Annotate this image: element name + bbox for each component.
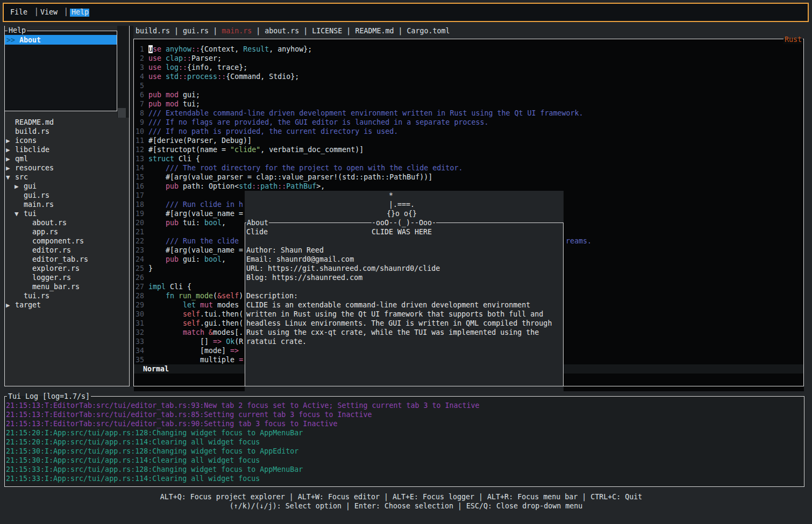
tree-item-libclide[interactable]: ▶libclide: [5, 145, 129, 154]
code-line: 7pub mod tui;: [134, 99, 583, 109]
tree-item-target[interactable]: ▶target: [5, 300, 129, 310]
code-token: gui:: [183, 255, 204, 263]
code-line: 10/// If no path is provided, the curren…: [134, 127, 583, 136]
tree-item-src[interactable]: ▼src: [5, 173, 129, 182]
code-token: =: [239, 356, 243, 364]
tree-item-component-rs[interactable]: component.rs: [5, 236, 129, 246]
about-text-line: written in Rust using the Qt UI framewor…: [246, 310, 543, 319]
line-number: 14: [134, 163, 144, 173]
code-token: .gui.then(: [200, 319, 243, 327]
tree-item-label: qml: [15, 154, 28, 163]
code-line: 5: [134, 81, 583, 90]
code-line: 1use anyhow::{Context, Result, anyhow};: [134, 45, 583, 54]
about-text-line: Author: Shaun Reed: [246, 246, 324, 255]
chevron-right-icon: ▶: [15, 182, 19, 191]
code-token: run_mode: [179, 292, 213, 300]
line-number: 34: [134, 346, 144, 355]
selection-prefix: >>: [6, 36, 19, 44]
line-number: 16: [134, 182, 144, 191]
chevron-down-icon: ▼: [6, 173, 10, 182]
code-token: #[structopt(name =: [148, 146, 230, 154]
tree-item-readme-md[interactable]: README.md: [5, 118, 129, 127]
line-number: 7: [134, 99, 144, 109]
tree-item-tui-rs[interactable]: tui.rs: [5, 291, 129, 300]
tree-item-explorer-rs[interactable]: explorer.rs: [5, 264, 129, 273]
tab-separator: |: [170, 27, 183, 35]
tree-item-label: gui.rs: [24, 191, 49, 200]
log-entry: 21:15:13:T:EditorTab:src/tui/editor_tab.…: [6, 419, 337, 428]
log-entry: 21:15:13:T:EditorTab:src/tui/editor_tab.…: [6, 401, 480, 410]
code-token: {Context,: [200, 45, 243, 53]
code-token: "clide": [230, 146, 260, 154]
tab-license[interactable]: LICENSE: [312, 27, 342, 35]
tree-item-label: target: [15, 300, 41, 310]
tree-item-logger-rs[interactable]: logger.rs: [5, 273, 129, 282]
log-entry: 21:15:13:T:EditorTab:src/tui/editor_tab.…: [6, 410, 372, 419]
line-number: 20: [134, 218, 144, 227]
code-token: []: [148, 338, 213, 346]
tree-item-label: editor_tab.rs: [32, 255, 88, 264]
tab-separator: |: [299, 27, 312, 35]
code-token: mut: [200, 301, 217, 309]
tree-item-label: libclide: [15, 145, 49, 154]
tree-item-gui[interactable]: ▶gui: [5, 182, 129, 191]
code-token: (: [213, 292, 217, 300]
help-item-about-text: About: [19, 36, 41, 44]
help-menu-item-label: >> About: [6, 35, 41, 45]
tab-separator: |: [252, 27, 265, 35]
scrollbar-thumb[interactable]: [118, 108, 126, 118]
code-token: bool: [204, 219, 222, 227]
about-text-line: Blog: https://shaunreed.com: [246, 273, 362, 282]
tree-item-gui-rs[interactable]: gui.rs: [5, 191, 129, 200]
code-token: Cli {: [170, 283, 191, 291]
code-token: Result: [243, 45, 269, 53]
tab-build-rs[interactable]: build.rs: [136, 27, 170, 35]
tree-item-qml[interactable]: ▶qml: [5, 154, 129, 163]
code-token: log: [166, 63, 179, 71]
tab-main-rs[interactable]: main.rs: [222, 27, 252, 35]
tree-item-label: tui.rs: [24, 291, 49, 300]
line-number: 19: [134, 209, 144, 218]
tab-gui-rs[interactable]: gui.rs: [183, 27, 209, 35]
code-line: 13struct Cli {: [134, 154, 583, 163]
code-token: pub: [148, 219, 183, 227]
tree-item-editor-tab-rs[interactable]: editor_tab.rs: [5, 255, 129, 264]
tree-item-app-rs[interactable]: app.rs: [5, 227, 129, 236]
code-token: impl: [148, 283, 170, 291]
ascii-art-line: *: [389, 191, 393, 200]
code-line: 15 #[arg(value_parser = clap::value_pars…: [134, 173, 583, 182]
code-token: Ok: [226, 338, 234, 346]
code-token: /// If no flags are provided, the GUI ed…: [148, 118, 488, 126]
code-token: Cli {: [179, 155, 200, 163]
ascii-art-border: -ooO--(_)--Ooo-: [372, 218, 436, 227]
code-token: pub mod: [148, 100, 183, 108]
tree-item-tui[interactable]: ▼tui: [5, 209, 129, 218]
code-token: }: [148, 264, 153, 272]
tree-item-editor-rs[interactable]: editor.rs: [5, 246, 129, 255]
tree-item-menu-bar-rs[interactable]: menu_bar.rs: [5, 282, 129, 291]
line-number: 18: [134, 200, 144, 209]
tab-cargo-toml[interactable]: Cargo.toml: [407, 27, 450, 35]
code-token: ::: [217, 73, 226, 81]
tree-item-label: README.md: [15, 118, 54, 127]
tree-item-build-rs[interactable]: build.rs: [5, 127, 129, 136]
tab-readme-md[interactable]: README.md: [355, 27, 394, 35]
code-token: {info, trace};: [187, 63, 247, 71]
tree-item-label: explorer.rs: [32, 264, 80, 273]
tree-item-main-rs[interactable]: main.rs: [5, 200, 129, 209]
tree-item-icons[interactable]: ▶icons: [5, 136, 129, 145]
code-token: [mode]: [148, 347, 230, 355]
code-token: fn: [166, 292, 179, 300]
line-number: 31: [134, 319, 144, 328]
tree-item-about-rs[interactable]: about.rs: [5, 218, 129, 227]
code-line: 9/// If no flags are provided, the GUI e…: [134, 118, 583, 127]
tree-item-resources[interactable]: ▶resources: [5, 163, 129, 173]
menu-item-file[interactable]: File: [10, 8, 27, 17]
code-token: use: [148, 73, 166, 81]
tab-about-rs[interactable]: about.rs: [265, 27, 299, 35]
code-token: ::: [191, 45, 200, 53]
menu-item-help[interactable]: Help: [72, 8, 89, 17]
menu-item-view[interactable]: View: [40, 8, 58, 17]
footer-shortcuts-line1: ALT+Q: Focus project explorer | ALT+W: F…: [0, 492, 807, 501]
line-number: 33: [134, 337, 144, 346]
